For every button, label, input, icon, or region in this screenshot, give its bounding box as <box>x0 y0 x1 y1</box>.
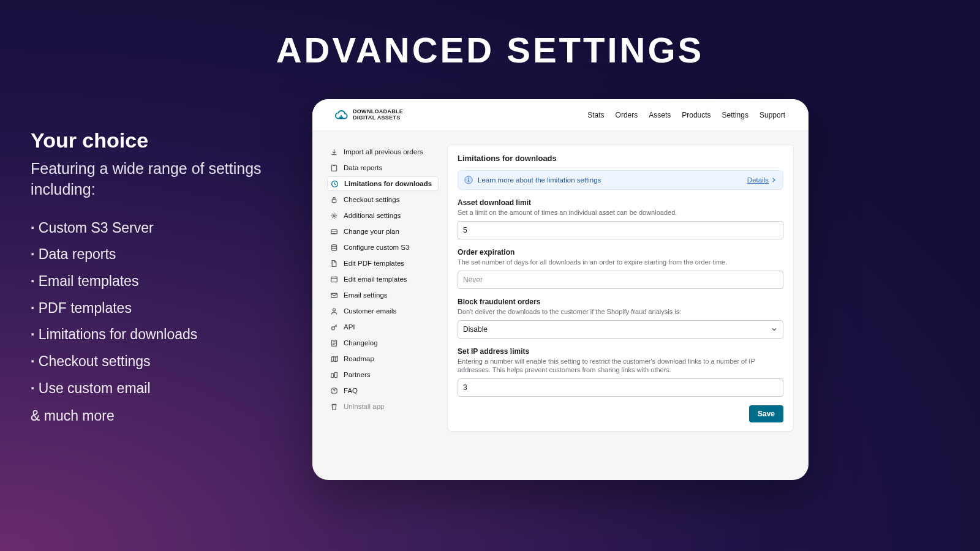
promo-feature-item: Custom S3 Server <box>31 215 300 242</box>
sidebar-item-label: Checkout settings <box>344 196 399 203</box>
sidebar-item-edit-pdf[interactable]: Edit PDF templates <box>327 256 439 271</box>
order-expiration-input[interactable]: Never <box>458 271 783 289</box>
promo-desc: Featuring a wide range of settings inclu… <box>31 159 300 200</box>
panel-title: Limitations for downloads <box>458 154 783 163</box>
ip-limits-label: Set IP address limits <box>458 347 783 356</box>
sidebar-item-change-plan[interactable]: Change your plan <box>327 224 439 239</box>
info-icon <box>464 176 473 184</box>
arrow-right-icon <box>771 177 777 183</box>
sidebar-item-label: Data reports <box>344 164 382 171</box>
block-fraud-label: Block fraudulent orders <box>458 298 783 306</box>
sidebar-item-label: Change your plan <box>344 228 399 235</box>
sidebar-item-label: Roadmap <box>344 355 374 362</box>
partners-icon <box>330 370 338 379</box>
banner-details-link[interactable]: Details <box>747 176 777 184</box>
promo-feature-item: Checkout settings <box>31 348 300 375</box>
ip-limits-help: Entering a number will enable this setti… <box>458 357 783 375</box>
cloud-download-icon <box>334 108 348 122</box>
svg-rect-2 <box>332 199 336 202</box>
db-icon <box>330 243 338 252</box>
sidebar-item-label: Configure custom S3 <box>344 244 409 251</box>
nav-support[interactable]: Support <box>760 111 785 119</box>
promo-feature-item: Limitations for downloads <box>31 321 300 348</box>
svg-rect-6 <box>331 277 337 282</box>
settings-sidebar: Import all previous ordersData reportsLi… <box>327 144 439 470</box>
hero-title: ADVANCED SETTINGS <box>0 29 980 70</box>
order-expiration-help: The set number of days for all downloads… <box>458 258 783 267</box>
save-button[interactable]: Save <box>749 405 783 422</box>
block-fraud-help: Don't deliver the downloads to the custo… <box>458 307 783 317</box>
gear-icon <box>330 211 338 220</box>
svg-point-5 <box>331 244 336 246</box>
trash-icon <box>330 402 338 411</box>
promo-more: & much more <box>31 408 300 424</box>
block-fraud-select[interactable]: Disable <box>458 320 783 339</box>
brand: DOWNLOADABLE DIGITAL ASSETS <box>334 108 403 122</box>
sidebar-item-configure-s3[interactable]: Configure custom S3 <box>327 240 439 255</box>
promo-subtitle: Your choice <box>31 129 300 152</box>
sidebar-item-changelog[interactable]: Changelog <box>327 335 439 350</box>
promo-feature-item: Use custom email <box>31 375 300 402</box>
promo-feature-list: Custom S3 Server Data reports Email temp… <box>31 215 300 402</box>
sidebar-item-limitations[interactable]: Limitations for downloads <box>327 176 439 191</box>
asset-limit-input[interactable]: 5 <box>458 221 783 239</box>
info-banner[interactable]: Learn more about the limitation settings… <box>458 170 783 190</box>
banner-text: Learn more about the limitation settings <box>478 176 601 184</box>
nav-stats[interactable]: Stats <box>587 111 604 119</box>
log-icon <box>330 339 338 347</box>
sidebar-item-label: Email settings <box>344 291 388 299</box>
svg-rect-7 <box>331 293 337 298</box>
svg-point-14 <box>334 392 334 392</box>
brand-text: DOWNLOADABLE DIGITAL ASSETS <box>353 109 403 121</box>
sidebar-item-email-settings[interactable]: Email settings <box>327 288 439 302</box>
promo-feature-item: Email templates <box>31 268 300 295</box>
card-icon <box>330 227 338 236</box>
sidebar-item-checkout-settings[interactable]: Checkout settings <box>327 192 439 207</box>
sidebar-item-data-reports[interactable]: Data reports <box>327 160 439 175</box>
nav-orders[interactable]: Orders <box>616 111 638 119</box>
promo-feature-item: Data reports <box>31 241 300 268</box>
sidebar-item-uninstall[interactable]: Uninstall app <box>327 399 439 414</box>
chevron-down-icon <box>771 326 778 333</box>
sidebar-item-additional-settings[interactable]: Additional settings <box>327 208 439 223</box>
sidebar-item-customer-emails[interactable]: Customer emails <box>327 304 439 318</box>
sidebar-item-faq[interactable]: FAQ <box>327 383 439 398</box>
svg-point-8 <box>333 309 335 311</box>
order-expiration-label: Order expiration <box>458 248 783 257</box>
user-icon <box>330 307 338 315</box>
sidebar-item-partners[interactable]: Partners <box>327 367 439 382</box>
sidebar-item-label: Limitations for downloads <box>344 180 432 187</box>
sidebar-item-label: Edit email templates <box>344 276 407 283</box>
promo-left-copy: Your choice Featuring a wide range of se… <box>31 129 300 424</box>
sidebar-item-label: Uninstall app <box>344 403 384 410</box>
layout-icon <box>330 275 338 283</box>
sidebar-item-label: Import all previous orders <box>344 148 423 156</box>
asset-limit-label: Asset download limit <box>458 198 783 207</box>
app-window: DOWNLOADABLE DIGITAL ASSETS Stats Orders… <box>312 99 809 480</box>
lock-icon <box>330 195 338 204</box>
svg-point-3 <box>333 214 334 216</box>
nav-assets[interactable]: Assets <box>649 111 671 119</box>
sidebar-item-edit-email-templates[interactable]: Edit email templates <box>327 272 439 287</box>
sidebar-item-label: API <box>344 323 355 331</box>
sidebar-item-label: Customer emails <box>344 307 396 315</box>
sidebar-item-label: Changelog <box>344 339 378 347</box>
report-icon <box>330 163 338 172</box>
sidebar-item-import-orders[interactable]: Import all previous orders <box>327 144 439 159</box>
download-icon <box>330 148 338 156</box>
ip-limits-input[interactable]: 3 <box>458 378 783 397</box>
svg-rect-12 <box>334 372 337 377</box>
sidebar-item-api[interactable]: API <box>327 320 439 334</box>
asset-limit-help: Set a limit on the amount of times an in… <box>458 208 783 217</box>
key-icon <box>330 323 338 331</box>
app-header: DOWNLOADABLE DIGITAL ASSETS Stats Orders… <box>312 99 809 131</box>
nav-products[interactable]: Products <box>682 111 710 119</box>
limitations-panel: Limitations for downloads Learn more abo… <box>447 144 794 432</box>
svg-point-18 <box>468 178 469 179</box>
nav-settings[interactable]: Settings <box>722 111 748 119</box>
svg-rect-11 <box>331 373 333 378</box>
clock-icon <box>330 179 339 188</box>
sidebar-item-label: Edit PDF templates <box>344 260 404 267</box>
sidebar-item-roadmap[interactable]: Roadmap <box>327 351 439 366</box>
sidebar-item-label: FAQ <box>344 387 358 394</box>
